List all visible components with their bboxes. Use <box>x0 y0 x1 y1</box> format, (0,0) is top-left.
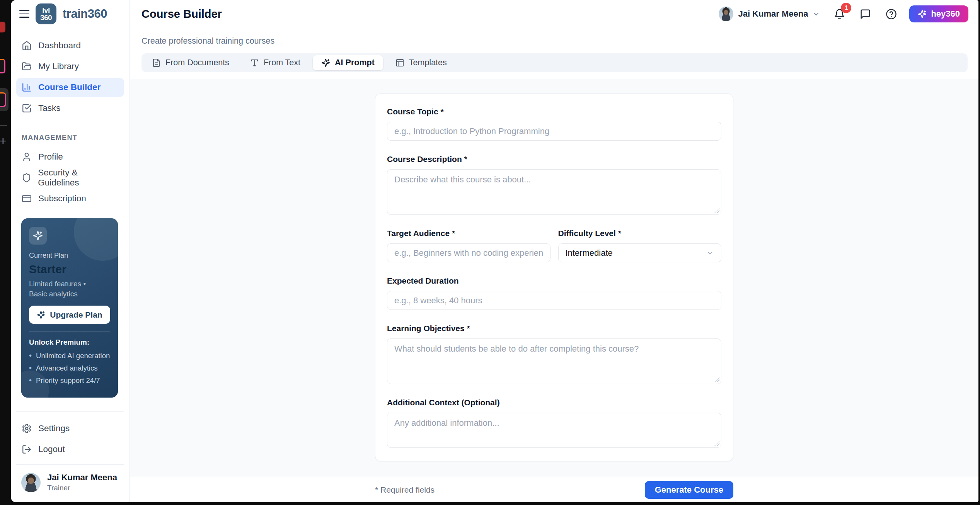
user-menu[interactable]: Jai Kumar Meena <box>719 7 820 21</box>
header-actions: Jai Kumar Meena 1 hey360 <box>719 5 968 22</box>
layout-icon <box>395 58 404 67</box>
app-window: lvl 360 train360 Dashboard My Library Co… <box>11 0 978 502</box>
audience-difficulty-row: Target Audience * Difficulty Level * Int… <box>387 229 721 262</box>
sidebar-item-my-library[interactable]: My Library <box>16 57 124 76</box>
additional-context-textarea[interactable] <box>387 413 721 448</box>
plan-card: Current Plan Starter Limited features • … <box>21 218 118 398</box>
chart-column-icon <box>22 82 32 92</box>
sidebar-item-tasks[interactable]: Tasks <box>16 99 124 118</box>
expected-duration-field: Expected Duration <box>387 276 721 310</box>
sidebar-item-settings[interactable]: Settings <box>16 419 124 438</box>
sidebar-item-label: Settings <box>38 423 70 434</box>
logo-line1: lvl <box>42 7 50 14</box>
plan-description: Limited features • Basic analytics <box>29 279 99 299</box>
expected-duration-input[interactable] <box>387 291 721 310</box>
notification-badge: 1 <box>841 3 851 13</box>
messages-button[interactable] <box>859 7 872 20</box>
sparkles-icon <box>33 231 43 241</box>
course-description-label: Course Description * <box>387 155 721 164</box>
generate-course-button[interactable]: Generate Course <box>645 481 733 499</box>
sparkles-icon <box>918 10 927 19</box>
app-logo: lvl 360 <box>36 3 56 24</box>
browser-tab-icon-red[interactable] <box>0 22 5 32</box>
learning-objectives-textarea[interactable] <box>387 338 721 384</box>
sidebar-divider <box>16 125 124 125</box>
sidebar-user[interactable]: Jai Kumar Meena Trainer <box>11 465 130 502</box>
new-tab-plus-icon[interactable]: + <box>0 134 7 148</box>
premium-feature: Priority support 24/7 <box>29 376 110 385</box>
sidebar: lvl 360 train360 Dashboard My Library Co… <box>11 0 130 502</box>
sidebar-item-security[interactable]: Security & Guidelines <box>16 168 124 187</box>
main-area: Course Builder Jai Kumar Meena 1 <box>130 0 978 502</box>
hey360-assistant-button[interactable]: hey360 <box>909 5 968 22</box>
shield-icon <box>22 173 31 183</box>
sidebar-item-label: Tasks <box>38 103 61 113</box>
content-area: Course Topic * Course Description * Targ… <box>130 79 978 477</box>
help-circle-icon <box>886 9 897 20</box>
chevron-down-icon <box>706 249 714 257</box>
logo-line2: 360 <box>40 14 52 21</box>
target-audience-input[interactable] <box>387 243 551 262</box>
sparkles-icon <box>321 58 330 67</box>
sidebar-management-nav: Profile Security & Guidelines Subscripti… <box>11 147 130 208</box>
avatar <box>21 473 41 492</box>
user-role: Trainer <box>47 484 117 492</box>
menu-icon[interactable] <box>19 10 29 18</box>
upgrade-plan-label: Upgrade Plan <box>50 310 102 320</box>
help-button[interactable] <box>885 7 898 20</box>
tab-templates[interactable]: Templates <box>387 55 455 70</box>
sidebar-item-dashboard[interactable]: Dashboard <box>16 36 124 55</box>
plan-divider <box>29 332 110 332</box>
sparkles-icon <box>37 311 45 319</box>
avatar <box>719 7 733 21</box>
page-subheader: Create professional training courses Fro… <box>130 28 978 79</box>
user-icon <box>22 152 32 162</box>
course-description-textarea[interactable] <box>387 169 721 215</box>
sidebar-item-label: Logout <box>38 444 65 454</box>
browser-tab-active[interactable] <box>0 88 9 111</box>
sidebar-item-label: Course Builder <box>38 82 101 92</box>
sidebar-item-label: Security & Guidelines <box>38 168 119 188</box>
folder-open-icon <box>22 61 32 71</box>
sidebar-item-logout[interactable]: Logout <box>16 440 124 459</box>
course-topic-field: Course Topic * <box>387 107 721 141</box>
current-plan-label: Current Plan <box>29 252 110 260</box>
sidebar-item-label: Dashboard <box>38 41 81 51</box>
difficulty-level-label: Difficulty Level * <box>558 229 722 238</box>
home-icon <box>22 41 32 51</box>
learning-objectives-field: Learning Objectives * <box>387 324 721 384</box>
sidebar-item-label: Profile <box>38 152 63 162</box>
tab-label: From Documents <box>165 58 229 68</box>
learning-objectives-label: Learning Objectives * <box>387 324 721 333</box>
tab-label: From Text <box>264 58 300 68</box>
sidebar-brand-row: lvl 360 train360 <box>11 0 130 28</box>
difficulty-level-field: Difficulty Level * Intermediate <box>558 229 722 262</box>
sidebar-item-label: My Library <box>38 61 79 71</box>
source-tabs: From Documents From Text AI Prompt Templ… <box>141 53 968 72</box>
tab-ai-prompt[interactable]: AI Prompt <box>313 55 383 70</box>
additional-context-field: Additional Context (Optional) <box>387 398 721 448</box>
sidebar-footer-nav: Settings Logout <box>11 413 130 459</box>
plan-name: Starter <box>29 263 110 276</box>
tab-from-documents[interactable]: From Documents <box>143 55 238 70</box>
target-audience-field: Target Audience * <box>387 229 551 262</box>
file-text-icon <box>152 58 161 67</box>
logout-icon <box>22 444 32 454</box>
brand-name: train360 <box>63 7 107 21</box>
course-topic-input[interactable] <box>387 122 721 141</box>
plan-sparkles-badge <box>29 227 47 245</box>
browser-tab-icon[interactable] <box>0 59 5 73</box>
upgrade-plan-button[interactable]: Upgrade Plan <box>29 306 110 324</box>
tab-from-text[interactable]: From Text <box>242 55 309 70</box>
sidebar-item-profile[interactable]: Profile <box>16 147 124 167</box>
course-topic-label: Course Topic * <box>387 107 721 116</box>
form-footer: * Required fields Generate Course <box>130 477 978 502</box>
unlock-premium-title: Unlock Premium: <box>29 338 110 347</box>
notifications-button[interactable]: 1 <box>833 7 846 20</box>
premium-features-list: Unlimited AI generation Advanced analyti… <box>29 351 110 385</box>
difficulty-level-select[interactable]: Intermediate <box>558 243 722 262</box>
sidebar-item-subscription[interactable]: Subscription <box>16 189 124 208</box>
tab-label: Templates <box>409 58 447 68</box>
sidebar-item-course-builder[interactable]: Course Builder <box>16 78 124 97</box>
browser-tab-icon <box>0 92 6 107</box>
